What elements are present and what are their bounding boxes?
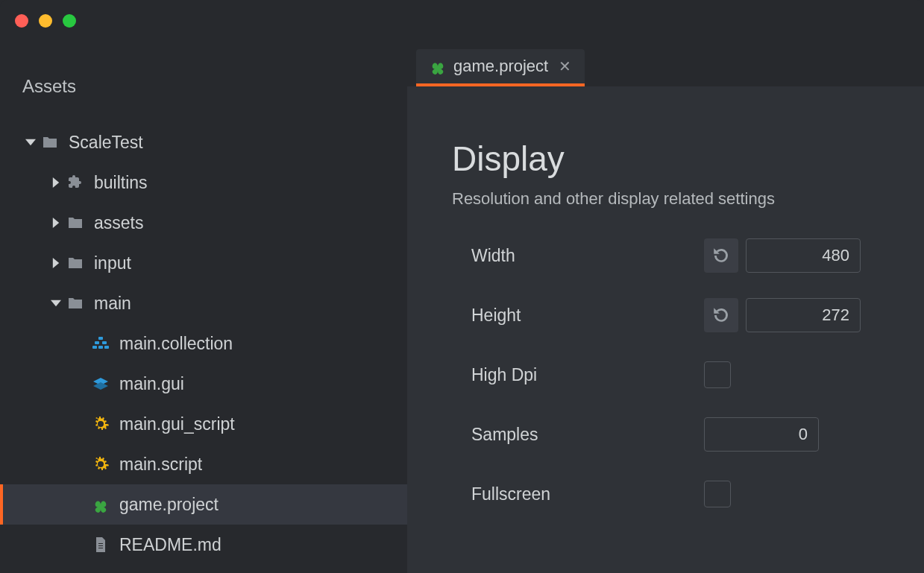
tree-item[interactable]: builtins [0,162,407,203]
field-label: High Dpi [471,365,704,385]
form-row: Width [471,238,924,273]
tree-item[interactable]: main.gui_script [0,404,407,444]
svg-rect-7 [102,341,107,344]
height-input[interactable] [746,298,861,332]
assets-panel: Assets ScaleTestbuiltinsassetsinputmainm… [0,42,407,573]
tab-game-project[interactable]: game.project ✕ [416,49,585,86]
reset-button[interactable] [704,298,738,332]
window-titlebar [0,0,924,42]
close-icon[interactable]: ✕ [559,57,571,75]
clover-icon [430,58,446,75]
tree-item-label: ScaleTest [69,133,143,153]
section-subtitle: Resolution and other display related set… [452,189,924,209]
gear-icon [89,415,112,433]
folder-icon [64,294,87,312]
assets-panel-title: Assets [0,66,407,122]
section-title: Display [452,139,924,179]
editor-area: game.project ✕ Display Resolution and ot… [407,42,924,573]
chevron-right-icon[interactable] [48,258,64,268]
tree-item[interactable]: main [0,283,407,323]
chevron-right-icon[interactable] [48,218,64,228]
editor-tabbar: game.project ✕ [407,42,924,86]
window-zoom-button[interactable] [63,14,76,28]
svg-marker-0 [25,139,36,145]
tab-label: game.project [453,57,548,76]
tree-item-label: main.collection [119,334,233,354]
tree-item-label: main.gui [119,374,184,394]
gui-icon [89,375,112,393]
tree-item[interactable]: assets [0,203,407,243]
svg-marker-3 [53,258,59,268]
tree-item-label: main.script [119,455,202,475]
tree-item-label: README.md [119,535,221,555]
puzzle-icon [64,174,87,191]
field-label: Samples [471,425,704,445]
form-row: Fullscreen [471,477,924,511]
svg-rect-9 [98,346,103,349]
display-section: Display Resolution and other display rel… [407,86,924,511]
svg-rect-8 [92,346,97,349]
document-icon [89,536,112,554]
tree-item[interactable]: ScaleTest [0,122,407,162]
field-label: Width [471,246,704,266]
reset-button[interactable] [704,238,738,273]
tree-item-label: game.project [119,495,219,515]
tree-item[interactable]: main.gui [0,364,407,404]
high-dpi-checkbox[interactable] [704,361,731,388]
svg-rect-5 [98,337,103,340]
svg-marker-1 [53,177,59,188]
form-row: Samples [471,417,924,452]
svg-marker-12 [93,382,108,390]
tree-item-label: builtins [94,173,148,193]
field-label: Height [471,306,704,326]
assets-tree: ScaleTestbuiltinsassetsinputmainmain.col… [0,122,407,565]
gear-icon [89,455,112,473]
form-row: High Dpi [471,358,924,392]
tree-item[interactable]: README.md [0,525,407,565]
display-form: WidthHeightHigh DpiSamplesFullscreen [452,238,924,511]
samples-input[interactable] [704,417,819,452]
width-input[interactable] [746,238,861,273]
svg-rect-6 [95,341,99,344]
clover-icon [89,496,112,513]
collection-icon [89,335,112,352]
window-minimize-button[interactable] [39,14,52,28]
tree-item-label: assets [94,213,143,233]
tree-item-label: main [94,294,131,314]
folder-icon [39,133,61,151]
tree-item[interactable]: input [0,243,407,283]
field-label: Fullscreen [471,484,704,504]
folder-icon [64,254,87,272]
chevron-down-icon[interactable] [22,137,39,148]
tree-item-label: main.gui_script [119,414,235,434]
form-row: Height [471,298,924,332]
tree-item-label: input [94,253,131,273]
svg-marker-2 [53,218,59,228]
window-close-button[interactable] [15,14,28,28]
folder-icon [64,214,87,232]
tree-item[interactable]: main.script [0,444,407,484]
undo-icon [711,306,731,325]
fullscreen-checkbox[interactable] [704,481,731,507]
svg-rect-10 [104,346,109,349]
tree-item[interactable]: game.project [0,484,407,525]
chevron-right-icon[interactable] [48,177,64,188]
undo-icon [711,246,731,265]
tree-item[interactable]: main.collection [0,323,407,364]
svg-marker-4 [51,300,61,306]
chevron-down-icon[interactable] [48,298,64,308]
